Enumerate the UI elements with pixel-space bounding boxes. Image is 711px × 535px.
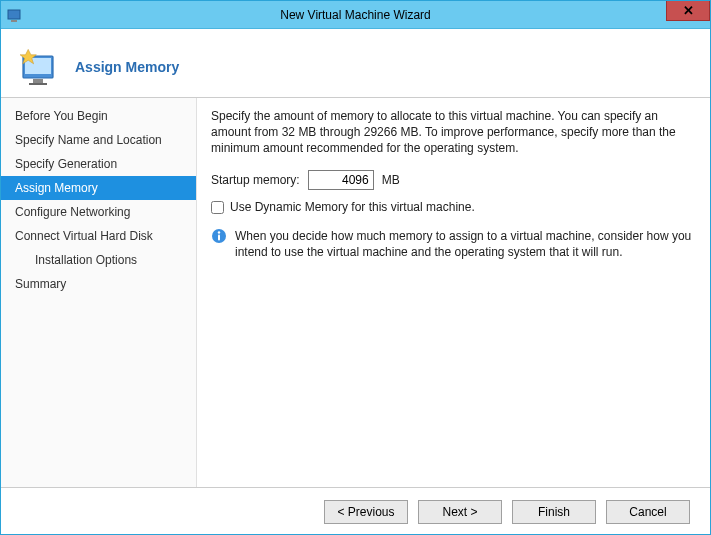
close-button[interactable]: ✕: [666, 1, 710, 21]
wizard-step[interactable]: Configure Networking: [1, 200, 196, 224]
info-row: When you decide how much memory to assig…: [211, 228, 692, 260]
page-title: Assign Memory: [75, 59, 179, 75]
memory-description: Specify the amount of memory to allocate…: [211, 108, 692, 156]
wizard-step[interactable]: Specify Name and Location: [1, 128, 196, 152]
previous-button[interactable]: < Previous: [324, 500, 408, 524]
wizard-header: Assign Memory: [1, 29, 710, 97]
info-text: When you decide how much memory to assig…: [235, 228, 692, 260]
startup-memory-input[interactable]: [308, 170, 374, 190]
svg-rect-4: [33, 79, 43, 83]
dynamic-memory-row: Use Dynamic Memory for this virtual mach…: [211, 200, 692, 214]
app-icon: [7, 7, 23, 23]
svg-rect-1: [11, 20, 17, 22]
wizard-step[interactable]: Connect Virtual Hard Disk: [1, 224, 196, 248]
finish-button[interactable]: Finish: [512, 500, 596, 524]
startup-memory-row: Startup memory: MB: [211, 170, 692, 190]
svg-rect-9: [218, 235, 220, 241]
startup-memory-label: Startup memory:: [211, 173, 300, 187]
wizard-step[interactable]: Assign Memory: [1, 176, 196, 200]
wizard-footer: < Previous Next > Finish Cancel: [1, 487, 710, 535]
wizard-step[interactable]: Specify Generation: [1, 152, 196, 176]
wizard-step[interactable]: Summary: [1, 272, 196, 296]
window-title: New Virtual Machine Wizard: [1, 8, 710, 22]
wizard-steps-sidebar: Before You BeginSpecify Name and Locatio…: [1, 98, 197, 487]
close-icon: ✕: [683, 3, 694, 18]
dynamic-memory-checkbox[interactable]: [211, 201, 224, 214]
wizard-icon: [15, 42, 63, 93]
memory-unit-label: MB: [382, 173, 400, 187]
dynamic-memory-label: Use Dynamic Memory for this virtual mach…: [230, 200, 475, 214]
svg-rect-0: [8, 10, 20, 19]
wizard-content: Specify the amount of memory to allocate…: [197, 98, 710, 487]
svg-rect-5: [29, 83, 47, 85]
next-button[interactable]: Next >: [418, 500, 502, 524]
cancel-button[interactable]: Cancel: [606, 500, 690, 524]
info-icon: [211, 228, 227, 244]
svg-point-8: [218, 231, 220, 233]
titlebar: New Virtual Machine Wizard ✕: [1, 1, 710, 29]
wizard-step[interactable]: Before You Begin: [1, 104, 196, 128]
wizard-step[interactable]: Installation Options: [1, 248, 196, 272]
